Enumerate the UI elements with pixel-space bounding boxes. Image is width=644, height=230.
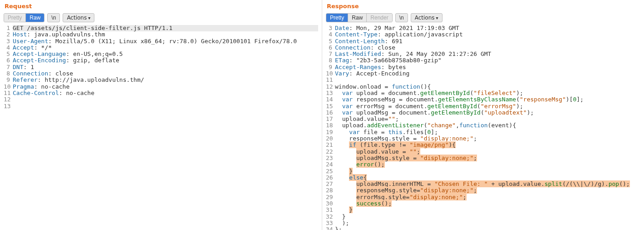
- code-content: Vary: Accept-Encoding: [335, 70, 640, 77]
- code-line[interactable]: 10Vary: Accept-Encoding: [326, 70, 640, 77]
- code-content: [335, 77, 640, 83]
- code-line[interactable]: 7Last-Modified: Sun, 24 May 2020 21:27:2…: [326, 51, 640, 57]
- code-content: var file = this.files[0];: [335, 129, 640, 135]
- line-number: 22: [326, 149, 335, 155]
- code-content: var responseMsg = document.getElementsBy…: [335, 96, 640, 103]
- code-line[interactable]: 25 }: [326, 168, 640, 175]
- code-line[interactable]: 2Host: java.uploadvulns.thm: [4, 31, 318, 38]
- request-code[interactable]: 1GET /assets/js/client-side-filter.js HT…: [4, 24, 318, 230]
- response-panel: Response Pretty Raw Render \n Actions▾ 3…: [322, 0, 644, 230]
- code-line[interactable]: 8ETag: "2b3-5a66b8758ab80-gzip": [326, 57, 640, 64]
- code-line[interactable]: 21 if (file.type != "image/png"){: [326, 142, 640, 148]
- line-number: 26: [326, 175, 335, 181]
- response-code[interactable]: 3Date: Mon, 29 Mar 2021 17:19:03 GMT4Con…: [326, 24, 640, 230]
- code-content: User-Agent: Mozilla/5.0 (X11; Linux x86_…: [13, 38, 318, 45]
- code-line[interactable]: 9Accept-Ranges: bytes: [326, 64, 640, 70]
- code-line[interactable]: 3User-Agent: Mozilla/5.0 (X11; Linux x86…: [4, 38, 318, 45]
- code-line[interactable]: 17 upload.value="";: [326, 116, 640, 122]
- code-line[interactable]: 11: [326, 77, 640, 83]
- code-line[interactable]: 12: [4, 96, 318, 103]
- code-line[interactable]: 26 else{: [326, 175, 640, 181]
- code-line[interactable]: 23 uploadMsg.style = "display:none;";: [326, 155, 640, 161]
- code-line[interactable]: 29 errorMsg.style="display:none;";: [326, 194, 640, 200]
- code-line[interactable]: 4Accept: */*: [4, 45, 318, 51]
- actions-menu[interactable]: Actions▾: [63, 13, 94, 22]
- line-number: 8: [4, 70, 13, 77]
- code-line[interactable]: 32 }: [326, 214, 640, 220]
- line-number: 9: [4, 77, 13, 83]
- code-content: }: [335, 207, 640, 213]
- code-content: Connection: close: [13, 70, 318, 77]
- line-number: 6: [4, 57, 13, 64]
- line-number: 24: [326, 161, 335, 168]
- pretty-tab[interactable]: Pretty: [4, 14, 26, 22]
- raw-tab[interactable]: Raw: [348, 14, 367, 22]
- code-content: uploadMsg.innerHTML = "Chosen File: " + …: [335, 181, 640, 187]
- code-content: else{: [335, 175, 640, 181]
- chevron-down-icon: ▾: [436, 15, 438, 20]
- line-number: 7: [4, 64, 13, 70]
- code-content: DNT: 1: [13, 64, 318, 70]
- code-line[interactable]: 22 upload.value = "";: [326, 149, 640, 155]
- code-line[interactable]: 4Content-Type: application/javascript: [326, 31, 640, 38]
- code-line[interactable]: 34};: [326, 226, 640, 230]
- code-line[interactable]: 1GET /assets/js/client-side-filter.js HT…: [4, 25, 318, 31]
- render-tab[interactable]: Render: [367, 14, 392, 22]
- line-number: 3: [4, 38, 13, 45]
- raw-tab[interactable]: Raw: [26, 14, 44, 22]
- newline-toggle[interactable]: \n: [395, 13, 408, 22]
- panels: Request Pretty Raw \n Actions▾ 1GET /ass…: [0, 0, 644, 230]
- code-line[interactable]: 5Accept-Language: en-US,en;q=0.5: [4, 51, 318, 57]
- line-number: 11: [4, 90, 13, 96]
- code-line[interactable]: 13 var upload = document.getElementById(…: [326, 90, 640, 96]
- code-line[interactable]: 10Pragma: no-cache: [4, 84, 318, 90]
- code-line[interactable]: 27 uploadMsg.innerHTML = "Chosen File: "…: [326, 181, 640, 187]
- code-line[interactable]: 11Cache-Control: no-cache: [4, 90, 318, 96]
- code-line[interactable]: 30 success();: [326, 200, 640, 207]
- code-line[interactable]: 8Connection: close: [4, 70, 318, 77]
- code-content: Accept: */*: [13, 45, 318, 51]
- line-number: 17: [326, 116, 335, 122]
- code-line[interactable]: 6Accept-Encoding: gzip, deflate: [4, 57, 318, 64]
- actions-menu[interactable]: Actions▾: [411, 13, 442, 22]
- code-content: Content-Length: 691: [335, 38, 640, 45]
- code-content: responseMsg.style="display:none;";: [335, 187, 640, 194]
- code-line[interactable]: 16 var uploadMsg = document.getElementBy…: [326, 110, 640, 116]
- code-line[interactable]: 5Content-Length: 691: [326, 38, 640, 45]
- code-content: ETag: "2b3-5a66b8758ab80-gzip": [335, 57, 640, 64]
- line-number: 5: [4, 51, 13, 57]
- code-line[interactable]: 28 responseMsg.style="display:none;";: [326, 187, 640, 194]
- code-line[interactable]: 9Referer: http://java.uploadvulns.thm/: [4, 77, 318, 83]
- code-content: }: [335, 168, 640, 175]
- code-content: Date: Mon, 29 Mar 2021 17:19:03 GMT: [335, 25, 640, 31]
- newline-toggle[interactable]: \n: [47, 13, 60, 22]
- pretty-tab[interactable]: Pretty: [326, 14, 348, 22]
- line-number: 21: [326, 142, 335, 148]
- actions-label: Actions: [67, 15, 87, 21]
- code-line[interactable]: 31 }: [326, 207, 640, 213]
- code-content: Accept-Ranges: bytes: [335, 64, 640, 70]
- line-number: 2: [4, 31, 13, 38]
- response-toolbar: Pretty Raw Render \n Actions▾: [326, 12, 640, 24]
- request-toolbar: Pretty Raw \n Actions▾: [4, 12, 318, 24]
- line-number: 1: [4, 25, 13, 31]
- code-content: window.onload = function(){: [335, 84, 640, 90]
- line-number: 11: [326, 77, 335, 83]
- code-line[interactable]: 6Connection: close: [326, 45, 640, 51]
- code-line[interactable]: 3Date: Mon, 29 Mar 2021 17:19:03 GMT: [326, 25, 640, 31]
- code-line[interactable]: 20 responseMsg.style = "display:none;";: [326, 135, 640, 142]
- code-line[interactable]: 15 var errorMsg = document.getElementByI…: [326, 103, 640, 110]
- actions-label: Actions: [415, 15, 435, 21]
- code-line[interactable]: 12window.onload = function(){: [326, 84, 640, 90]
- line-number: 34: [326, 226, 335, 230]
- code-line[interactable]: 13: [4, 103, 318, 110]
- code-line[interactable]: 7DNT: 1: [4, 64, 318, 70]
- line-number: 9: [326, 64, 335, 70]
- request-view-tabs: Pretty Raw: [4, 13, 44, 22]
- code-line[interactable]: 24 error();: [326, 161, 640, 168]
- code-line[interactable]: 14 var responseMsg = document.getElement…: [326, 96, 640, 103]
- code-line[interactable]: 18 upload.addEventListener("change",func…: [326, 122, 640, 129]
- code-content: var upload = document.getElementById("fi…: [335, 90, 640, 96]
- code-line[interactable]: 33 );: [326, 220, 640, 226]
- code-line[interactable]: 19 var file = this.files[0];: [326, 129, 640, 135]
